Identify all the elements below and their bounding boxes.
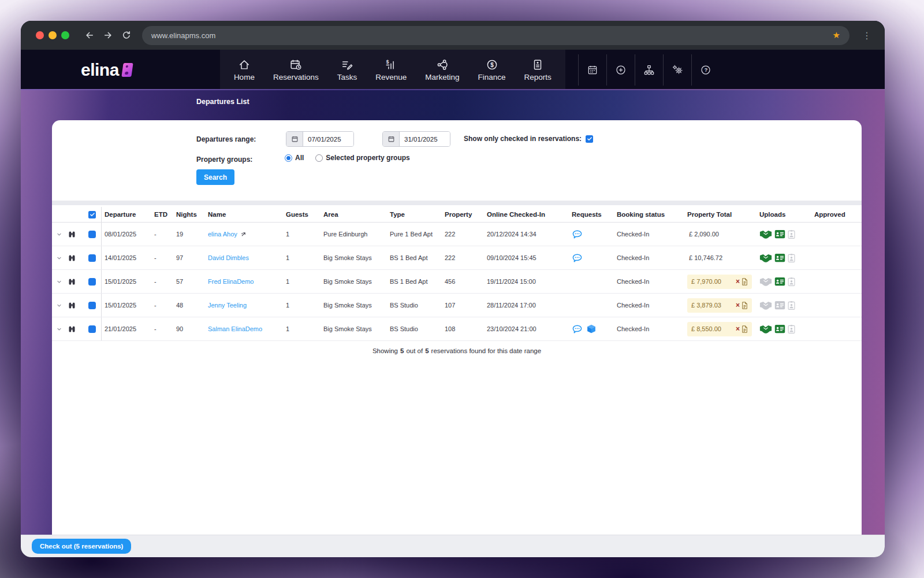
chat-icon[interactable]	[572, 229, 583, 240]
cell-etd: -	[151, 325, 173, 332]
cell-departure: 15/01/2025	[102, 278, 151, 285]
guest-name-link[interactable]: elina Ahoy	[208, 231, 237, 238]
row-gutter	[52, 270, 102, 293]
id-card-upload-icon[interactable]	[774, 229, 785, 239]
chevron-down-icon[interactable]	[56, 302, 62, 309]
remove-charge-icon[interactable]: ×	[736, 302, 740, 309]
checked-in-checkbox[interactable]	[586, 135, 593, 143]
browser-chrome: www.elinapms.com ★ ⋮	[21, 21, 885, 50]
nav-item-revenue[interactable]: $Revenue	[375, 58, 407, 81]
guest-name-link[interactable]: David Dimbles	[208, 254, 249, 261]
nav-item-home[interactable]: Home	[234, 58, 255, 81]
property-groups-label: Property groups:	[196, 155, 252, 164]
date-from-input[interactable]	[303, 132, 353, 146]
cube-icon[interactable]	[586, 324, 597, 334]
nav-item-tasks[interactable]: Tasks	[337, 58, 357, 81]
forward-icon[interactable]	[103, 30, 113, 40]
tool-sitemap[interactable]	[635, 54, 663, 86]
nav-item-marketing[interactable]: Marketing	[425, 58, 459, 81]
handshake-upload-icon[interactable]	[759, 230, 772, 239]
radio-all[interactable]	[285, 154, 292, 162]
maximize-window-button[interactable]	[61, 31, 69, 39]
cell-name: David Dimbles	[205, 254, 283, 261]
person-badge-upload-icon[interactable]	[788, 253, 795, 263]
remove-charge-icon[interactable]: ×	[736, 325, 740, 332]
browser-nav-buttons	[84, 30, 132, 40]
cell-type: BS Studio	[387, 302, 442, 309]
address-bar[interactable]: www.elinapms.com ★	[142, 26, 850, 45]
reload-icon[interactable]	[121, 30, 132, 40]
checkout-button[interactable]: Check out (5 reservations)	[32, 539, 131, 554]
guest-name-link[interactable]: Jenny Teeling	[208, 302, 247, 309]
calendar-icon	[286, 132, 303, 146]
cell-property-total: £ 7,970.00×	[684, 275, 757, 289]
id-card-upload-icon[interactable]	[774, 277, 785, 286]
cell-online-checked-in: 20/12/2024 14:34	[484, 231, 569, 238]
elina-logo[interactable]: elina	[81, 50, 132, 90]
binoculars-icon[interactable]	[68, 254, 76, 262]
date-to-input[interactable]	[400, 132, 450, 146]
cell-etd: -	[151, 302, 173, 309]
id-card-upload-icon[interactable]	[774, 253, 785, 262]
row-checkbox[interactable]	[88, 325, 96, 333]
table-row: 14/01/2025-97David Dimbles1Big Smoke Sta…	[52, 246, 862, 270]
guest-name-link[interactable]: Salman ElinaDemo	[208, 325, 262, 332]
doc-icon[interactable]	[742, 278, 748, 286]
tool-plus-circle[interactable]	[606, 54, 635, 86]
help-icon: ?	[700, 64, 711, 76]
binoculars-icon[interactable]	[68, 277, 76, 286]
tool-settings[interactable]	[663, 54, 691, 86]
cell-nights: 97	[173, 254, 205, 261]
binoculars-icon[interactable]	[68, 325, 76, 334]
binoculars-icon[interactable]	[68, 230, 76, 239]
date-to-field[interactable]	[382, 131, 450, 147]
minimize-window-button[interactable]	[49, 31, 57, 39]
row-checkbox[interactable]	[88, 302, 96, 309]
cell-type: BS Studio	[387, 325, 442, 332]
filter-panel: Departures range: Show only checked in r…	[52, 120, 862, 201]
handshake-upload-icon[interactable]	[759, 277, 772, 286]
col-header-online-checked-in: Online Checked-In	[484, 211, 569, 218]
guest-name-link[interactable]: Fred ElinaDemo	[208, 278, 254, 285]
nav-item-reports[interactable]: Reports	[524, 58, 552, 81]
handshake-upload-icon[interactable]	[759, 254, 772, 262]
browser-menu-icon[interactable]: ⋮	[862, 30, 872, 41]
select-all-checkbox[interactable]	[88, 211, 96, 218]
id-card-upload-icon[interactable]	[774, 324, 785, 334]
chevron-down-icon[interactable]	[56, 326, 62, 332]
chat-icon[interactable]	[572, 324, 583, 335]
row-checkbox[interactable]	[88, 231, 96, 238]
tool-calendar[interactable]	[578, 54, 606, 86]
doc-icon[interactable]	[742, 302, 748, 309]
property-groups-options: All Selected property groups	[285, 154, 410, 162]
nav-item-finance[interactable]: $Finance	[478, 58, 506, 81]
radio-selected-groups[interactable]	[315, 154, 323, 162]
back-icon[interactable]	[84, 30, 95, 40]
doc-icon[interactable]	[742, 325, 748, 333]
tool-help[interactable]: ?	[691, 54, 720, 86]
chevron-down-icon[interactable]	[56, 231, 62, 238]
binoculars-icon[interactable]	[68, 301, 76, 310]
person-badge-upload-icon[interactable]	[788, 229, 795, 239]
checked-in-label: Show only checked in reservations:	[464, 135, 582, 143]
close-window-button[interactable]	[36, 31, 44, 39]
date-from-field[interactable]	[286, 131, 354, 147]
bookmark-star-icon[interactable]: ★	[833, 30, 840, 40]
nav-item-reservations[interactable]: Reservations	[273, 58, 319, 81]
row-checkbox[interactable]	[88, 254, 96, 262]
chevron-down-icon[interactable]	[56, 279, 62, 285]
row-checkbox[interactable]	[88, 278, 96, 286]
remove-charge-icon[interactable]: ×	[736, 278, 740, 285]
chevron-down-icon[interactable]	[56, 255, 62, 261]
handshake-upload-icon[interactable]	[759, 301, 772, 310]
person-badge-upload-icon[interactable]	[788, 277, 795, 287]
id-card-upload-icon[interactable]	[774, 301, 785, 310]
search-button[interactable]: Search	[196, 169, 234, 185]
person-badge-upload-icon[interactable]	[788, 324, 795, 334]
marketing-icon	[436, 58, 449, 71]
cell-requests	[569, 229, 614, 240]
person-badge-upload-icon[interactable]	[788, 301, 795, 310]
chat-icon[interactable]	[572, 253, 583, 264]
col-header-nights: Nights	[173, 211, 205, 218]
handshake-upload-icon[interactable]	[759, 325, 772, 334]
